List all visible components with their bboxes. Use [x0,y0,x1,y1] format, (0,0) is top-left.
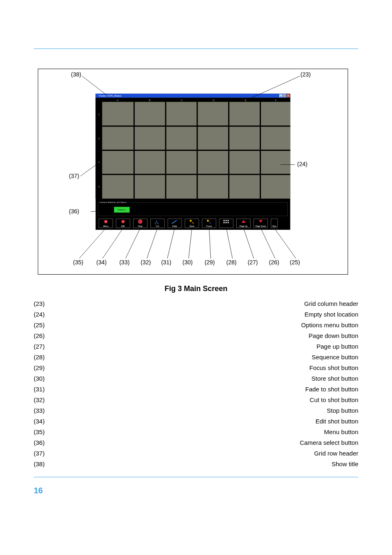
svg-text:F: F [275,99,277,102]
svg-text:Store: Store [189,225,194,227]
menu-button[interactable]: Menu [99,219,113,228]
svg-text:(35): (35) [73,259,83,266]
legend-row: (35)Menu button [34,426,358,437]
svg-text:(36): (36) [69,208,79,215]
legend-row: (29)Focus shot button [34,362,358,373]
legend-row: (28)Sequence button [34,352,358,362]
edit-button[interactable]: Edit [116,219,130,228]
figure-box: Fusion-TCPI_Show1 A B C D E F [38,69,348,275]
figure-svg: Fusion-TCPI_Show1 A B C D E F [38,69,348,275]
svg-text:D: D [213,99,215,102]
svg-text:(26): (26) [269,259,279,266]
legend-row: (34)Edit shot button [34,416,358,426]
page-down-button[interactable]: Page Down [254,219,268,228]
svg-text:Opts: Opts [272,225,277,227]
header-rule [34,49,358,49]
svg-text:Focus: Focus [206,225,212,227]
svg-line-77 [226,228,233,259]
legend-row: (30)Store shot button [34,373,358,384]
svg-text:(28): (28) [226,259,237,266]
figure-caption: Fig 3 Main Screen [0,284,392,293]
svg-point-47 [190,220,192,222]
svg-rect-58 [228,222,229,223]
svg-rect-57 [226,222,227,223]
svg-rect-55 [228,220,229,221]
app-title: Fusion-TCPI_Show1 [99,95,122,97]
svg-line-70 [79,228,106,259]
svg-text:(23): (23) [300,71,311,78]
svg-point-50 [207,220,209,222]
svg-line-76 [209,228,211,259]
svg-rect-56 [224,222,225,223]
minimize-button[interactable] [279,94,282,97]
legend-row: (25)Options menu button [34,319,358,330]
svg-text:Fusion-1: Fusion-1 [118,208,126,211]
app-window: Fusion-TCPI_Show1 A B C D E F [96,94,291,230]
svg-text:(31): (31) [161,259,171,266]
svg-text:(25): (25) [290,259,300,266]
svg-text:C: C [181,99,183,102]
svg-text:E: E [245,99,247,102]
svg-text:B: B [149,99,150,102]
svg-text:(29): (29) [205,259,215,266]
legend-list: (23)Grid column header (24)Empty shot lo… [34,298,358,469]
footer-rule [34,477,358,477]
stop-button[interactable]: Stop [133,219,147,228]
svg-text:Fade: Fade [172,225,177,227]
legend-row: (33)Stop button [34,405,358,416]
svg-text:(30): (30) [182,259,193,266]
svg-point-38 [138,220,142,224]
svg-line-79 [261,228,275,259]
svg-line-74 [167,228,175,259]
svg-line-80 [274,228,296,259]
toolbar: Menu Edit Stop [97,217,290,229]
svg-text:(24): (24) [297,161,307,167]
page-up-button[interactable]: Page Up [237,219,251,228]
svg-text:(27): (27) [248,259,258,266]
legend-row: (24)Empty shot location [34,309,358,319]
svg-rect-1 [96,94,291,98]
svg-line-75 [189,228,192,259]
page-number: 16 [34,486,43,495]
legend-row: (38)Show title [34,458,358,469]
svg-line-73 [147,228,157,259]
svg-text:Menu: Menu [103,225,108,227]
legend-row: (32)Cut to shot button [34,394,358,405]
svg-text:A: A [117,99,118,102]
svg-line-71 [103,228,123,259]
svg-rect-13 [96,102,102,199]
legend-row: (31)Fade to shot button [34,384,358,394]
svg-line-72 [125,228,140,259]
svg-line-78 [244,228,254,259]
focus-button[interactable]: Focus [202,219,216,228]
opts-button[interactable]: Opts [271,219,277,228]
svg-text:Stop: Stop [138,225,142,227]
svg-text:(32): (32) [141,259,151,266]
page: Fusion-TCPI_Show1 A B C D E F [0,0,392,555]
svg-text:(37): (37) [69,173,79,179]
svg-text:(34): (34) [97,259,107,266]
maximize-button[interactable] [283,94,286,97]
svg-text:Edit: Edit [121,225,125,227]
legend-row: (23)Grid column header [34,298,358,309]
svg-line-65 [82,76,108,96]
legend-row: (37)Grid row header [34,448,358,458]
cut-button[interactable]: Cut [150,219,164,228]
svg-rect-54 [226,220,227,221]
svg-text:Page Up: Page Up [240,225,248,227]
legend-row: (27)Page up button [34,341,358,352]
svg-rect-53 [224,220,225,221]
legend-row: (36)Camera select button [34,437,358,448]
store-button[interactable]: Store [185,219,199,228]
fade-button[interactable]: Fade [168,219,182,228]
svg-text:(33): (33) [119,259,129,266]
legend-row: (26)Page down button [34,330,358,341]
camera-panel-label: Camera Selection and Status [100,201,127,204]
svg-rect-6 [96,98,291,102]
svg-text:Page Down: Page Down [256,225,266,227]
sequence-button[interactable] [219,219,233,228]
svg-text:(38): (38) [71,71,81,78]
svg-text:Cut: Cut [156,225,159,227]
